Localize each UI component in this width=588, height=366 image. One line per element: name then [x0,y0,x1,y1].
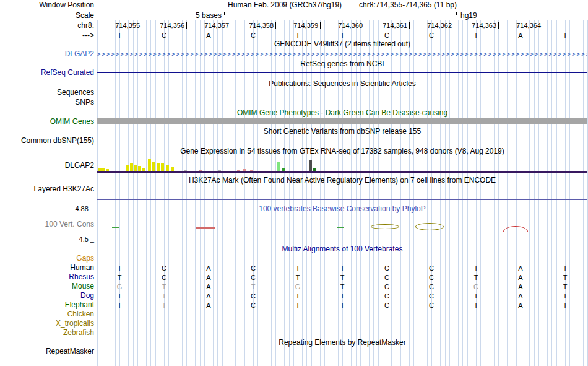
alignment-base: G [115,282,124,291]
publications-track-title: Publications: Sequences in Scientific Ar… [97,80,587,88]
reference-base: C [383,32,391,40]
gtex-tissue-bar [148,159,151,171]
alignment-base: G [293,282,302,291]
ruler-position-label: 714,362 [415,22,452,29]
conservation-segment [112,227,119,228]
gtex-tissue-bar [126,165,129,171]
dbsnp-track-title: Short Genetic Variants from dbSNP releas… [97,128,587,136]
gtex-tissue-bar [309,160,312,171]
species-label-x_tropicalis[interactable]: X_tropicalis [0,320,94,328]
alignment-base: C [249,301,257,310]
alignment-base: C [427,292,436,300]
reference-base: C [160,32,168,40]
alignment-base: A [204,301,213,310]
alignment-base: T [293,292,302,300]
gtex-gene-model-line[interactable] [97,171,587,173]
ruler-tick [186,22,187,29]
omim-track-title: OMIM Gene Phenotypes - Dark Green Can Be… [97,109,587,117]
reference-base: T [338,32,347,40]
alignment-base: C [160,264,168,272]
window-position-label: Window Position [0,1,94,9]
track-label-snps[interactable]: SNPs [0,98,94,107]
track-label-gtex-dlgap2[interactable]: DLGAP2 [0,162,94,170]
species-label-zebrafish[interactable]: Zebrafish [0,329,94,337]
gtex-tissue-bar [152,162,155,171]
alignment-base: T [338,264,347,272]
alignment-base: T [160,301,168,310]
assembly-text: Human Feb. 2009 (GRCh37/hg19) [228,1,342,9]
conservation-track-title: 100 vertebrates Basewise Conservation by… [97,205,587,213]
window-coordinates-text: chr8:714,355-714,365 (11 bp) [359,1,457,9]
alignment-base: T [338,292,347,300]
refseq-gene-line[interactable] [97,72,587,73]
species-label-rhesus[interactable]: Rhesus [0,273,94,281]
alignment-base: T [293,273,302,282]
species-label-mouse[interactable]: Mouse [0,282,94,290]
scale-bar-right-tick [456,12,457,15]
species-label-dog[interactable]: Dog [0,292,94,300]
scale-value: 5 bases [178,11,222,20]
alignment-base: T [293,301,302,310]
reference-base: T [472,32,480,40]
track-label-repeatmasker[interactable]: RepeatMasker [0,347,94,355]
omim-gene-bar[interactable] [97,118,587,124]
track-label-common-dbsnp[interactable]: Common dbSNP(155) [0,137,94,145]
alignment-base: T [472,273,480,282]
species-label-chicken[interactable]: Chicken [0,310,94,318]
conservation-arc-curve [503,226,528,232]
ruler-tick [543,22,543,29]
reference-base: A [204,32,213,40]
alignment-base: A [516,273,525,282]
ruler-tick [142,22,142,29]
track-label-refseq-curated[interactable]: RefSeq Curated [0,69,94,77]
alignment-base: C [427,301,436,310]
alignment-base: C [383,292,391,300]
reference-base: T [115,32,124,40]
alignment-base: A [204,264,213,272]
ruler-tick [231,22,231,29]
alignment-base: A [204,292,213,300]
gtex-tissue-bar [161,163,164,171]
ruler-position-label: 714,360 [326,22,363,29]
refseq-track-title: RefSeq genes from NCBI [97,60,587,68]
alignment-base: T [115,301,124,310]
alignment-base: T [249,282,257,291]
gtex-tissue-bar [157,163,160,171]
multiz-track-title: Multiz Alignments of 100 Vertebrates [97,245,587,253]
chromosome-label: chr8: [0,22,94,30]
track-label-omim-genes[interactable]: OMIM Genes [0,118,94,126]
species-label-gaps[interactable]: Gaps [0,255,94,263]
conservation-segment [196,227,215,229]
track-label-sequences[interactable]: Sequences [0,89,94,97]
gtex-tissue-bar [138,166,141,171]
alignment-base: C [383,301,391,310]
conservation-lens [371,224,399,229]
alignment-base: T [472,292,480,300]
ruler-tick [320,22,321,29]
gtex-track-title: Gene Expression in 54 tissues from GTEx … [97,147,587,155]
track-label-gencode-dlgap2[interactable]: DLGAP2 [0,50,94,58]
reference-base: C [249,32,257,40]
ruler-tick [365,22,365,29]
gencode-gene-dlgap2-intron-arrows[interactable]: >>>>>>>>>>>>>>>>>>>>>>>>>>>>>>>>>>>>>>>>… [97,51,587,58]
header-position-line: Human Feb. 2009 (GRCh37/hg19) chr8:714,3… [97,1,587,9]
reference-base: T [293,32,302,40]
ruler-position-label: 714,357 [192,22,229,29]
alignment-base: C [249,264,257,272]
alignment-base: C [249,273,257,282]
species-label-elephant[interactable]: Elephant [0,301,94,309]
alignment-base: C [427,282,436,291]
alignment-base: T [561,292,569,300]
h3k27ac-track-title: H3K27Ac Mark (Often Found Near Active Re… [97,176,587,185]
track-label-100-vert-cons[interactable]: 100 Vert. Cons [0,220,94,229]
scale-label: Scale [0,12,94,20]
alignment-base: C [427,264,436,272]
h3k27ac-signal-line[interactable] [97,199,587,200]
gtex-tissue-bar [277,162,280,171]
alignment-base: T [160,282,168,291]
species-label-human[interactable]: Human [0,264,94,272]
ruler-position-label: 714,364 [504,22,541,29]
ruler-position-label: 714,355 [103,22,140,29]
track-label-layered-h3k27ac[interactable]: Layered H3K27Ac [0,185,94,193]
ruler-position-label: 714,363 [459,22,496,29]
